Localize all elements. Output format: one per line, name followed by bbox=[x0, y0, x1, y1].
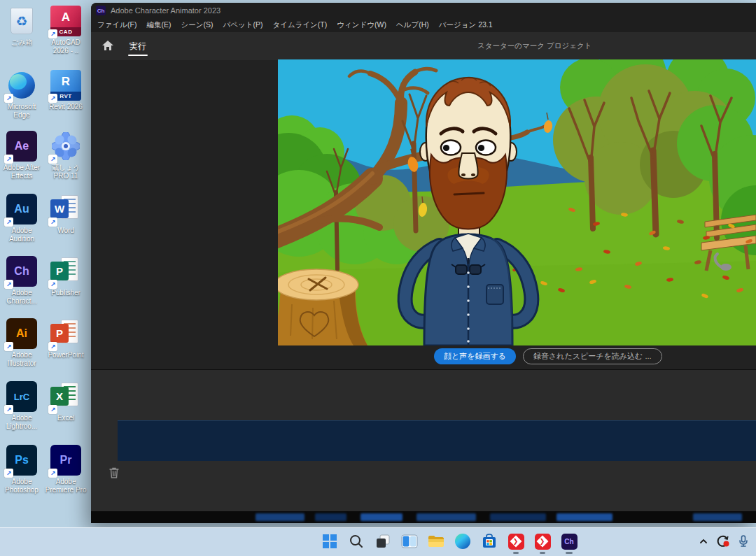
desktop-icon-edge[interactable]: ↗ Microsoft Edge bbox=[0, 70, 43, 120]
revit-glyph: R bbox=[62, 75, 70, 89]
menu-help[interactable]: ヘルプ(H) bbox=[396, 20, 429, 30]
powerpoint-glyph: P bbox=[50, 324, 69, 343]
ch-glyph: Ch bbox=[14, 265, 29, 278]
desktop-icon-illustrator[interactable]: Ai ↗ Adobe Illustrator bbox=[0, 318, 43, 368]
after-effects-icon: Ae ↗ bbox=[6, 131, 37, 162]
running-indicator bbox=[566, 552, 573, 554]
red-app-icon-2[interactable]: ❯ bbox=[533, 532, 552, 550]
character-animator-icon: Ch ↗ bbox=[6, 256, 37, 287]
audition-icon: Au ↗ bbox=[6, 194, 37, 224]
desktop-icon-excel[interactable]: X ↗ Excel bbox=[44, 381, 88, 422]
tree-stump bbox=[278, 269, 368, 345]
tab-perform[interactable]: 実行 bbox=[130, 41, 146, 52]
excel-icon: X ↗ bbox=[50, 381, 81, 412]
desktop-icon-label: Word bbox=[57, 227, 74, 235]
powerpoint-icon: P ↗ bbox=[50, 318, 81, 349]
hidden-icons-chevron[interactable] bbox=[697, 532, 710, 550]
desktop-icon-label: ごみ箱 bbox=[11, 38, 32, 47]
red-app-icon-1[interactable]: ❯ bbox=[507, 532, 525, 550]
desktop-icon-after-effects[interactable]: Ae ↗ Adobe After Effects bbox=[0, 131, 43, 180]
pr-glyph: Pr bbox=[60, 454, 72, 466]
app-logo-icon: Ch bbox=[96, 6, 106, 15]
ps-glyph: Ps bbox=[15, 454, 29, 466]
lrc-glyph: LrC bbox=[14, 392, 29, 402]
photoshop-icon: Ps ↗ bbox=[6, 445, 37, 476]
illustrator-icon: Ai ↗ bbox=[6, 318, 37, 349]
desktop-icon-kurasho-pro[interactable]: ↗ 蔵しょうPRO 11 bbox=[44, 131, 88, 180]
stage-button-row: 顔と声を録画する 録音されたスピーチを読み込む ... bbox=[434, 348, 662, 364]
window-title: Adobe Character Animator 2023 bbox=[111, 6, 220, 15]
desktop-icon-label: Adobe Lightroo... bbox=[0, 414, 43, 431]
load-recorded-speech-button[interactable]: 録音されたスピーチを読み込む ... bbox=[523, 348, 662, 364]
character-animator-window: Ch Adobe Character Animator 2023 ファイル(F)… bbox=[91, 3, 756, 523]
premiere-pro-icon: Pr ↗ bbox=[50, 445, 81, 476]
home-icon[interactable] bbox=[102, 40, 114, 51]
shortcut-arrow-icon: ↗ bbox=[48, 280, 57, 289]
task-view-icon[interactable] bbox=[374, 532, 392, 550]
taskbar-tray bbox=[697, 532, 750, 550]
timeline-preview-strip bbox=[91, 511, 756, 523]
au-glyph: Au bbox=[14, 203, 29, 215]
desktop-icon-powerpoint[interactable]: P ↗ PowerPoint bbox=[44, 318, 88, 359]
shortcut-arrow-icon: ↗ bbox=[4, 342, 13, 351]
menu-version: バージョン 23.1 bbox=[439, 20, 493, 30]
desktop-icon-photoshop[interactable]: Ps ↗ Adobe Photoshop bbox=[0, 445, 43, 494]
shortcut-arrow-icon: ↗ bbox=[48, 405, 57, 414]
search-icon[interactable] bbox=[347, 532, 365, 550]
file-explorer-icon[interactable] bbox=[427, 532, 445, 550]
edge-icon: ↗ bbox=[6, 70, 37, 101]
widgets-icon[interactable] bbox=[400, 532, 419, 550]
timeline-track-clip[interactable] bbox=[118, 420, 756, 461]
desktop-icon-audition[interactable]: Au ↗ Adobe Audition bbox=[0, 194, 43, 243]
excel-glyph: X bbox=[50, 387, 69, 406]
shortcut-arrow-icon: ↗ bbox=[4, 94, 13, 103]
park-scene bbox=[278, 59, 756, 345]
desktop-icon-recycle-bin[interactable]: ♻ ごみ箱 bbox=[0, 6, 43, 47]
microsoft-store-icon[interactable] bbox=[480, 532, 498, 550]
tab-active-underline bbox=[128, 55, 148, 56]
window-titlebar[interactable]: Ch Adobe Character Animator 2023 bbox=[91, 3, 756, 18]
menu-puppet[interactable]: パペット(P) bbox=[223, 20, 262, 30]
word-icon: W ↗ bbox=[50, 194, 81, 224]
menu-file[interactable]: ファイル(F) bbox=[97, 20, 136, 30]
ae-glyph: Ae bbox=[15, 140, 29, 152]
publisher-icon: P ↗ bbox=[50, 256, 81, 287]
desktop-icon-label: Adobe Premiere Pro bbox=[44, 478, 88, 494]
tab-bar: 実行 スターターのマーク プロジェクト bbox=[91, 32, 756, 61]
desktop-icon-revit[interactable]: R RVT ↗ Revit 2026 bbox=[44, 70, 88, 111]
desktop-icon-label: Excel bbox=[57, 414, 74, 422]
desktop-icon-label: Revit 2026 bbox=[49, 103, 83, 111]
shortcut-arrow-icon: ↗ bbox=[48, 29, 57, 38]
shortcut-arrow-icon: ↗ bbox=[4, 218, 13, 227]
desktop-icon-label: Microsoft Edge bbox=[0, 103, 43, 120]
desktop-icon-autocad[interactable]: A CAD ↗ AutoCAD 2026 - .. bbox=[44, 6, 88, 55]
desktop-icon-label: Adobe Charact... bbox=[0, 289, 43, 306]
shortcut-arrow-icon: ↗ bbox=[48, 469, 57, 478]
trash-icon[interactable] bbox=[108, 466, 120, 479]
menu-timeline[interactable]: タイムライン(T) bbox=[272, 20, 327, 30]
record-face-voice-button[interactable]: 顔と声を録画する bbox=[434, 348, 516, 364]
edge-taskbar-icon[interactable] bbox=[454, 532, 472, 550]
desktop-icon-lightroom-classic[interactable]: LrC ↗ Adobe Lightroo... bbox=[0, 381, 43, 431]
desktop-icon-label: 蔵しょうPRO 11 bbox=[44, 164, 88, 180]
character-animator-taskbar-icon[interactable]: Ch bbox=[560, 532, 578, 550]
menu-scene[interactable]: シーン(S) bbox=[181, 20, 213, 30]
recycle-bin-icon: ♻ bbox=[6, 6, 37, 36]
shortcut-arrow-icon: ↗ bbox=[4, 280, 13, 289]
stage-canvas[interactable] bbox=[278, 59, 756, 345]
screen-record-indicator-icon[interactable] bbox=[715, 532, 731, 550]
desktop-icon-word[interactable]: W ↗ Word bbox=[44, 194, 88, 235]
desktop-icon-premiere-pro[interactable]: Pr ↗ Adobe Premiere Pro bbox=[44, 445, 88, 494]
ch-taskbar-glyph: Ch bbox=[561, 534, 578, 550]
shortcut-arrow-icon: ↗ bbox=[4, 405, 13, 414]
desktop-icon-label: Adobe Illustrator bbox=[0, 351, 43, 368]
menu-window[interactable]: ウィンドウ(W) bbox=[337, 20, 386, 30]
autocad-glyph: A bbox=[62, 10, 70, 24]
desktop-icon-character-animator[interactable]: Ch ↗ Adobe Charact... bbox=[0, 256, 43, 306]
microphone-icon[interactable] bbox=[736, 532, 750, 550]
start-button[interactable] bbox=[321, 532, 339, 550]
menu-edit[interactable]: 編集(E) bbox=[146, 20, 171, 30]
autocad-icon: A CAD ↗ bbox=[50, 6, 81, 36]
menu-bar: ファイル(F) 編集(E) シーン(S) パペット(P) タイムライン(T) ウ… bbox=[91, 18, 756, 33]
desktop-icon-publisher[interactable]: P ↗ Publisher bbox=[44, 256, 88, 297]
